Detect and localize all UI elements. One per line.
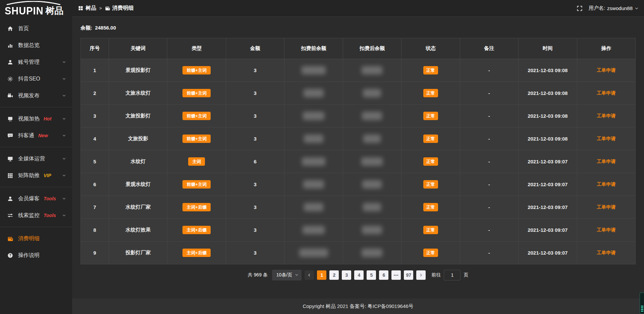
page-size-select[interactable]: 10条/页 (272, 270, 302, 280)
breadcrumb-label: 树品 (86, 5, 96, 12)
sidebar-item-11[interactable]: 消费明细 (0, 230, 72, 247)
work-order-link[interactable]: 工单申请 (597, 227, 615, 232)
cell-balance-before (284, 82, 343, 105)
goto-suffix: 页 (464, 272, 468, 278)
chevron-down-icon (62, 94, 66, 98)
breadcrumb-item-home[interactable]: 树品 (78, 5, 96, 12)
sidebar-divider (0, 187, 72, 187)
table-row: 3文旅投影灯前缀+主词3正常-2021-12-03 09:08工单申请 (81, 105, 636, 127)
page-button-6[interactable]: 6 (379, 270, 388, 280)
cell-remark: - (460, 242, 518, 264)
table-row: 7水纹灯厂家主词+后缀3正常-2021-12-03 09:07工单申请 (81, 196, 636, 219)
cell-time: 2021-12-03 09:08 (519, 105, 577, 127)
redacted-balance (304, 89, 324, 97)
cell-time: 2021-12-03 09:07 (519, 150, 577, 173)
cell-balance-after (343, 82, 401, 105)
cell-balance-before (284, 105, 343, 127)
sidebar-item-label: 线索监控 (18, 212, 40, 219)
page-button-5[interactable]: 5 (367, 270, 376, 280)
sidebar-item-badge: Hot (44, 116, 51, 121)
sidebar-item-label: 会员爆客 (18, 195, 40, 202)
type-tag: 前缀+主词 (182, 180, 211, 189)
redacted-balance (362, 226, 382, 234)
sidebar-item-10[interactable]: 线索监控Tools (0, 207, 72, 224)
sidebar-item-label: 全媒体运营 (18, 155, 45, 162)
sidebar-item-0[interactable]: 首页 (0, 20, 72, 37)
cell-action: 工单申请 (577, 196, 636, 219)
cell-status: 正常 (401, 196, 460, 219)
cell-action: 工单申请 (577, 127, 636, 150)
sidebar-item-2[interactable]: 账号管理 (0, 54, 72, 70)
username-value: zswodun88 (607, 5, 633, 11)
table-row: 4文旅投影前缀+主词3正常-2021-12-03 09:08工单申请 (81, 127, 636, 150)
work-order-link[interactable]: 工单申请 (597, 90, 615, 96)
sidebar-item-label: 视频发布 (18, 92, 40, 99)
sidebar-divider (0, 147, 72, 147)
prev-page-button[interactable] (305, 270, 314, 280)
consumption-table: 序号关键词类型金额扣费前余额扣费后余额状态备注时间操作 1景观投影灯前缀+主词3… (80, 38, 636, 264)
page-button-2[interactable]: 2 (329, 270, 339, 280)
sidebar-item-3[interactable]: 抖音SEO (0, 70, 72, 87)
redacted-balance (299, 249, 328, 257)
sidebar-item-5[interactable]: 视频加热Hot (0, 110, 72, 127)
cell-remark: - (460, 173, 518, 196)
page-button-97[interactable]: 97 (404, 270, 413, 280)
work-order-link[interactable]: 工单申请 (597, 67, 615, 73)
cell-action: 工单申请 (577, 59, 636, 82)
table-body: 1景观投影灯前缀+主词3正常-2021-12-03 09:08工单申请2文旅水纹… (81, 59, 636, 264)
cell-index: 1 (81, 59, 109, 82)
logo-text-cn: 树品 (46, 5, 64, 17)
cell-action: 工单申请 (577, 219, 636, 242)
sidebar-item-4[interactable]: 视频发布 (0, 87, 72, 104)
sidebar-item-label: 数据总览 (18, 42, 40, 49)
cell-amount: 3 (226, 127, 284, 150)
user-dropdown[interactable]: 用户名: zswodun88 (589, 5, 639, 11)
cell-amount: 3 (226, 219, 284, 242)
cell-keyword: 水纹灯 (109, 150, 167, 173)
column-header: 序号 (81, 38, 109, 59)
page-button-4[interactable]: 4 (354, 270, 364, 280)
goto-page: 前往 页 (431, 270, 468, 280)
cell-index: 4 (81, 127, 109, 150)
sidebar-item-9[interactable]: 会员爆客Tools (0, 190, 72, 207)
table-row: 2文旅水纹灯前缀+主词3正常-2021-12-03 09:08工单申请 (81, 82, 636, 105)
work-order-link[interactable]: 工单申请 (597, 204, 615, 210)
breadcrumb-item-current[interactable]: 消费明细 (105, 5, 134, 12)
fullscreen-button[interactable] (577, 5, 583, 11)
table-row: 8水纹灯效果主词+后缀3正常-2021-12-03 09:07工单申请 (81, 219, 636, 242)
floating-widget[interactable] (640, 293, 644, 314)
work-order-link[interactable]: 工单申请 (597, 159, 615, 164)
goto-page-input[interactable] (444, 270, 461, 280)
sidebar-item-badge: New (38, 133, 48, 138)
cell-keyword: 文旅投影灯 (109, 105, 167, 127)
cell-action: 工单申请 (577, 150, 636, 173)
sidebar-item-7[interactable]: 全媒体运营 (0, 150, 72, 167)
video-camera-icon (7, 93, 13, 99)
sidebar-item-1[interactable]: 数据总览 (0, 37, 72, 54)
sidebar-item-6[interactable]: 抖客通New (0, 127, 72, 144)
redacted-balance (362, 249, 382, 257)
next-page-button[interactable] (416, 270, 426, 280)
work-order-link[interactable]: 工单申请 (597, 250, 615, 255)
chat-icon (7, 133, 13, 139)
type-tag: 前缀+主词 (182, 112, 211, 120)
sidebar-item-12[interactable]: ?操作说明 (0, 247, 72, 264)
user-icon (7, 59, 13, 65)
cell-type: 主词+后缀 (167, 196, 226, 219)
work-order-link[interactable]: 工单申请 (597, 136, 615, 141)
page-ellipsis-button[interactable]: ••• (391, 270, 401, 280)
type-tag: 主词 (188, 157, 205, 166)
breadcrumb-label: 消费明细 (112, 5, 134, 12)
cell-amount: 3 (226, 105, 284, 127)
work-order-link[interactable]: 工单申请 (597, 113, 615, 118)
table-row: 5水纹灯主词6正常-2021-12-03 09:07工单申请 (81, 150, 636, 173)
sidebar-item-8[interactable]: 矩阵助推VIP (0, 167, 72, 184)
work-order-link[interactable]: 工单申请 (597, 181, 615, 187)
sidebar-item-label: 账号管理 (18, 59, 40, 66)
goto-label: 前往 (431, 272, 441, 278)
page-button-1[interactable]: 1 (317, 270, 326, 280)
page-button-3[interactable]: 3 (342, 270, 351, 280)
cell-time: 2021-12-03 09:08 (519, 127, 577, 150)
cell-keyword: 景观投影灯 (109, 59, 167, 82)
chevron-down-icon (62, 77, 66, 81)
